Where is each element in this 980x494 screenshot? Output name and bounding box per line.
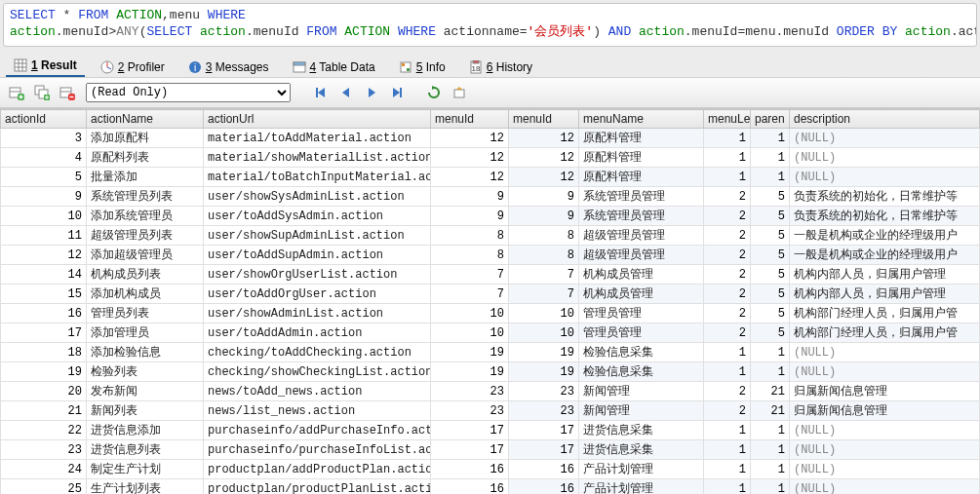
cell[interactable]: user/showAdminList.action bbox=[204, 304, 431, 323]
cell[interactable]: 1 bbox=[704, 460, 751, 479]
cell[interactable]: 2 bbox=[704, 323, 751, 343]
cell[interactable]: (NULL) bbox=[790, 343, 980, 362]
table-row[interactable]: 15添加机构成员user/toAddOrgUser.action77机构成员管理… bbox=[1, 285, 980, 304]
cell[interactable]: 9 bbox=[509, 187, 579, 207]
delete-row-button[interactable] bbox=[57, 82, 78, 103]
cell[interactable]: 1 bbox=[704, 362, 751, 382]
cell[interactable]: 10 bbox=[431, 323, 509, 343]
cell[interactable]: news/list_news.action bbox=[204, 401, 431, 421]
cell[interactable]: (NULL) bbox=[790, 479, 980, 495]
tab-info[interactable]: 5 Info bbox=[391, 57, 453, 77]
cell[interactable]: material/toAddMaterial.action bbox=[204, 129, 431, 148]
cell[interactable]: 2 bbox=[704, 285, 751, 304]
cell[interactable]: 机构内部人员，归属用户管理 bbox=[790, 285, 980, 304]
cell[interactable]: 新闻列表 bbox=[87, 401, 204, 421]
cell[interactable]: 21 bbox=[1, 401, 87, 421]
table-row[interactable]: 24制定生产计划productplan/addProductPlan.actio… bbox=[1, 460, 980, 479]
cell[interactable]: 原配料管理 bbox=[579, 148, 704, 168]
cell[interactable]: purchaseinfo/addPurchaseInfo.act bbox=[204, 421, 431, 440]
cell[interactable]: 12 bbox=[1, 246, 87, 265]
cell[interactable]: user/showOrgUserList.action bbox=[204, 265, 431, 285]
col-menuId[interactable]: menuId bbox=[431, 110, 509, 129]
cell[interactable]: 19 bbox=[1, 362, 87, 382]
cell[interactable]: 5 bbox=[751, 323, 790, 343]
cell[interactable]: 4 bbox=[1, 148, 87, 168]
cell[interactable]: 19 bbox=[431, 362, 509, 382]
result-grid[interactable]: actionId actionName actionUrl menuId men… bbox=[0, 108, 980, 494]
cell[interactable]: 2 bbox=[704, 207, 751, 226]
cell[interactable]: 1 bbox=[751, 421, 790, 440]
cell[interactable]: 23 bbox=[509, 382, 579, 401]
cell[interactable]: user/showSysAdminList.action bbox=[204, 187, 431, 207]
table-row[interactable]: 18添加检验信息checking/toAddChecking.action191… bbox=[1, 343, 980, 362]
first-row-button[interactable] bbox=[310, 82, 332, 103]
cell[interactable]: 批量添加 bbox=[87, 168, 204, 187]
cell[interactable]: 15 bbox=[1, 285, 87, 304]
cell[interactable]: 检验信息采集 bbox=[579, 362, 704, 382]
tab-profiler[interactable]: 2 Profiler bbox=[93, 57, 173, 77]
cell[interactable]: 进货信息列表 bbox=[87, 440, 204, 460]
duplicate-row-button[interactable] bbox=[31, 82, 53, 103]
table-row[interactable]: 23进货信息列表purchaseinfo/purchaseInfoList.ac… bbox=[1, 440, 980, 460]
cell[interactable]: 添加系统管理员 bbox=[87, 207, 204, 226]
cell[interactable]: 5 bbox=[751, 187, 790, 207]
cell[interactable]: 10 bbox=[1, 207, 87, 226]
cell[interactable]: 机构部门经理人员，归属用户管 bbox=[790, 304, 980, 323]
cell[interactable]: 12 bbox=[509, 129, 579, 148]
col-menuId2[interactable]: menuId bbox=[509, 110, 579, 129]
cell[interactable]: (NULL) bbox=[790, 440, 980, 460]
cell[interactable]: 机构成员管理 bbox=[579, 285, 704, 304]
cell[interactable]: 原配料管理 bbox=[579, 168, 704, 187]
cell[interactable]: 添加超级管理员 bbox=[87, 246, 204, 265]
cell[interactable]: 管理员列表 bbox=[87, 304, 204, 323]
cell[interactable]: 7 bbox=[431, 265, 509, 285]
cell[interactable]: 1 bbox=[751, 362, 790, 382]
cell[interactable]: 5 bbox=[751, 304, 790, 323]
cell[interactable]: 16 bbox=[509, 460, 579, 479]
cell[interactable]: 21 bbox=[751, 382, 790, 401]
cell[interactable]: 22 bbox=[1, 421, 87, 440]
cell[interactable]: 12 bbox=[509, 168, 579, 187]
cell[interactable]: 16 bbox=[431, 479, 509, 495]
tab-messages[interactable]: i 3 Messages bbox=[180, 57, 277, 77]
refresh-button[interactable] bbox=[423, 82, 445, 103]
last-row-button[interactable] bbox=[386, 82, 408, 103]
table-row[interactable]: 17添加管理员user/toAddAdmin.action1010管理员管理25… bbox=[1, 323, 980, 343]
cell[interactable]: 5 bbox=[751, 207, 790, 226]
cell[interactable]: 14 bbox=[1, 265, 87, 285]
table-row[interactable]: 21新闻列表news/list_news.action2323新闻管理221归属… bbox=[1, 401, 980, 421]
cell[interactable]: 添加原配料 bbox=[87, 129, 204, 148]
cell[interactable]: 1 bbox=[751, 479, 790, 495]
cell[interactable]: 2 bbox=[704, 226, 751, 246]
cell[interactable]: checking/showCheckingList.action bbox=[204, 362, 431, 382]
table-row[interactable]: 16管理员列表user/showAdminList.action1010管理员管… bbox=[1, 304, 980, 323]
cell[interactable]: (NULL) bbox=[790, 129, 980, 148]
table-row[interactable]: 12添加超级管理员user/toAddSupAdmin.action88超级管理… bbox=[1, 246, 980, 265]
cell[interactable]: 19 bbox=[509, 343, 579, 362]
cell[interactable]: 18 bbox=[1, 343, 87, 362]
cell[interactable]: 1 bbox=[751, 168, 790, 187]
cell[interactable]: 1 bbox=[704, 421, 751, 440]
cell[interactable]: 8 bbox=[431, 226, 509, 246]
cell[interactable]: 9 bbox=[431, 207, 509, 226]
export-button[interactable] bbox=[449, 82, 470, 103]
cell[interactable]: 1 bbox=[751, 148, 790, 168]
cell[interactable]: 2 bbox=[704, 246, 751, 265]
cell[interactable]: 24 bbox=[1, 460, 87, 479]
cell[interactable]: 10 bbox=[509, 304, 579, 323]
sql-editor[interactable]: SELECT * FROM ACTION,menu WHERE action.m… bbox=[3, 3, 977, 47]
cell[interactable]: 1 bbox=[751, 460, 790, 479]
cell[interactable]: 2 bbox=[704, 187, 751, 207]
cell[interactable]: 1 bbox=[751, 343, 790, 362]
cell[interactable]: 1 bbox=[704, 479, 751, 495]
cell[interactable]: 制定生产计划 bbox=[87, 460, 204, 479]
cell[interactable]: 17 bbox=[509, 440, 579, 460]
cell[interactable]: (NULL) bbox=[790, 421, 980, 440]
cell[interactable]: 系统管理员列表 bbox=[87, 187, 204, 207]
cell[interactable]: 一般是机构或企业的经理级用户 bbox=[790, 226, 980, 246]
cell[interactable]: 19 bbox=[431, 343, 509, 362]
cell[interactable]: 2 bbox=[704, 401, 751, 421]
cell[interactable]: 2 bbox=[704, 304, 751, 323]
col-description[interactable]: description bbox=[790, 110, 980, 129]
prev-row-button[interactable] bbox=[335, 82, 357, 103]
